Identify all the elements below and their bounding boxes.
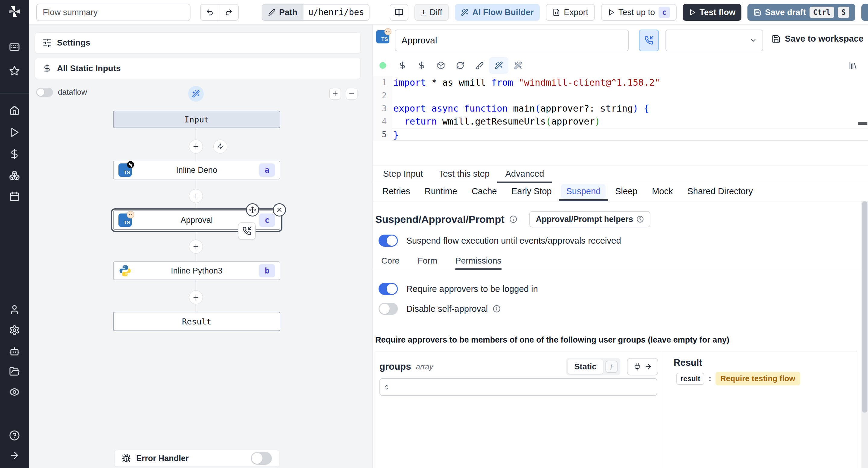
sidebar-item-schedules-icon[interactable] <box>9 191 20 202</box>
inline-deno-node[interactable]: TS Inline Deno a <box>113 161 280 179</box>
code-line[interactable]: 5} <box>373 128 868 141</box>
all-static-inputs-row[interactable]: All Static Inputs <box>35 58 361 79</box>
step-name-input[interactable] <box>395 30 629 51</box>
panel-scrollbar[interactable] <box>861 201 868 468</box>
sidebar-item-variables-icon[interactable] <box>9 149 20 159</box>
connect-input-button[interactable] <box>627 358 658 375</box>
subtab-sleep[interactable]: Sleep <box>608 183 645 201</box>
variables-dollar-icon[interactable] <box>393 57 412 74</box>
info-icon[interactable] <box>509 215 517 223</box>
tab-permissions[interactable]: Permissions <box>456 253 501 270</box>
tab-test-this-step[interactable]: Test this step <box>431 166 497 183</box>
test-up-to-button[interactable]: Test up to c <box>601 4 677 21</box>
disable-self-approval-toggle[interactable] <box>378 303 398 315</box>
save-draft-button[interactable]: Save draft Ctrl S <box>747 4 855 21</box>
ai-flow-builder-button[interactable]: AI Flow Builder <box>455 4 540 21</box>
export-button[interactable]: Export <box>546 4 595 21</box>
library-icon[interactable] <box>843 57 863 74</box>
sidebar-item-settings-icon[interactable] <box>9 325 20 335</box>
diff-button[interactable]: ± Diff <box>414 4 449 21</box>
path-value[interactable]: u/henri/bes <box>304 4 369 20</box>
subtab-runtime[interactable]: Runtime <box>417 183 464 201</box>
expand-sidebar-icon[interactable] <box>9 450 20 461</box>
delete-node-button[interactable] <box>273 203 286 216</box>
result-key-chip[interactable]: result <box>676 373 704 385</box>
redo-button[interactable] <box>219 4 238 20</box>
path-button[interactable]: Path <box>262 4 304 20</box>
section-separator <box>373 270 861 270</box>
script-version-select[interactable] <box>665 30 763 51</box>
subtab-cache[interactable]: Cache <box>464 183 504 201</box>
undo-button[interactable] <box>201 4 219 20</box>
flow-settings-row[interactable]: Settings <box>35 32 361 53</box>
test-flow-button[interactable]: Test flow <box>683 4 741 21</box>
code-line[interactable]: 4 return wmill.getResumeUrls(approver) <box>373 115 868 128</box>
save-draft-label: Save draft <box>765 7 806 17</box>
reload-icon[interactable] <box>451 57 470 74</box>
zoom-out-button[interactable] <box>346 88 358 99</box>
ai-graph-wand-button[interactable] <box>188 86 204 101</box>
add-step-button-4[interactable] <box>189 290 203 304</box>
ctrl-kbd: Ctrl <box>809 7 834 18</box>
info-icon[interactable] <box>493 305 501 313</box>
workspace-switcher-icon[interactable] <box>9 41 20 53</box>
add-step-button-2[interactable] <box>189 189 203 203</box>
subtab-early-stop[interactable]: Early Stop <box>504 183 559 201</box>
dataflow-toggle[interactable] <box>36 88 53 97</box>
sidebar-item-runs-icon[interactable] <box>9 127 20 138</box>
line-number: 1 <box>373 76 392 89</box>
error-handler-row[interactable]: Error Handler <box>114 450 279 467</box>
subtab-suspend[interactable]: Suspend <box>559 183 608 201</box>
sidebar-item-audit-logs-icon[interactable] <box>9 387 20 398</box>
docs-button[interactable] <box>390 4 408 21</box>
format-brush-icon[interactable] <box>470 57 489 74</box>
tab-core[interactable]: Core <box>381 253 400 270</box>
windmill-logo[interactable] <box>7 4 22 19</box>
add-step-button-3[interactable] <box>189 240 203 254</box>
require-logged-in-toggle[interactable] <box>378 283 398 295</box>
static-mode-button[interactable]: Static <box>567 359 603 374</box>
ai-assist-wand-icon[interactable] <box>489 57 508 74</box>
sidebar-item-users-icon[interactable] <box>9 304 20 315</box>
input-node[interactable]: Input <box>113 111 280 128</box>
flow-summary-input[interactable] <box>36 4 190 21</box>
package-icon[interactable] <box>431 57 451 74</box>
code-line[interactable]: 1import * as wmill from "windmill-client… <box>373 76 868 89</box>
error-handler-toggle[interactable] <box>251 452 272 465</box>
move-node-button[interactable] <box>246 203 259 216</box>
add-trigger-button[interactable] <box>213 140 227 153</box>
subtab-retries[interactable]: Retries <box>375 183 417 201</box>
add-step-button-1[interactable] <box>189 140 203 153</box>
move-icon <box>249 206 256 213</box>
favorites-star-icon[interactable] <box>9 65 20 76</box>
sidebar-item-home-icon[interactable] <box>9 105 20 116</box>
scrollbar-thumb[interactable] <box>862 201 867 412</box>
expression-mode-button[interactable]: ƒ <box>606 361 618 373</box>
approval-phone-incoming-badge[interactable] <box>238 222 255 240</box>
suspend-toggle[interactable] <box>378 235 398 247</box>
code-line[interactable]: 2 <box>373 89 868 102</box>
zoom-in-button[interactable] <box>330 88 341 99</box>
result-node[interactable]: Result <box>113 312 280 331</box>
disable-self-approval-label: Disable self-approval <box>406 304 488 314</box>
subtab-mock[interactable]: Mock <box>645 183 680 201</box>
subtab-shared-directory[interactable]: Shared Directory <box>680 183 760 201</box>
approval-prompt-helpers-button[interactable]: Approval/Prompt helpers <box>529 211 651 227</box>
save-to-workspace-button[interactable]: Save to workspace <box>772 34 864 44</box>
tab-form[interactable]: Form <box>418 253 437 270</box>
tab-advanced[interactable]: Advanced <box>497 166 552 183</box>
resources-dollar-icon[interactable] <box>412 57 431 74</box>
groups-array-input[interactable] <box>379 378 657 396</box>
code-editor[interactable]: 1import * as wmill from "windmill-client… <box>373 74 868 166</box>
sidebar-item-resources-icon[interactable] <box>9 170 20 181</box>
approval-phone-button[interactable] <box>639 30 659 51</box>
zap-icon <box>217 143 224 150</box>
deploy-button-partial[interactable] <box>861 4 868 21</box>
sidebar-item-folders-icon[interactable] <box>9 366 20 377</box>
sidebar-item-workers-icon[interactable] <box>9 346 20 357</box>
inline-python3-node[interactable]: Inline Python3 b <box>113 261 280 280</box>
code-line[interactable]: 3export async function main(approver?: s… <box>373 102 868 115</box>
tab-step-input[interactable]: Step Input <box>375 166 431 183</box>
help-icon[interactable] <box>9 430 20 441</box>
ai-disable-wand-icon[interactable] <box>508 57 528 74</box>
